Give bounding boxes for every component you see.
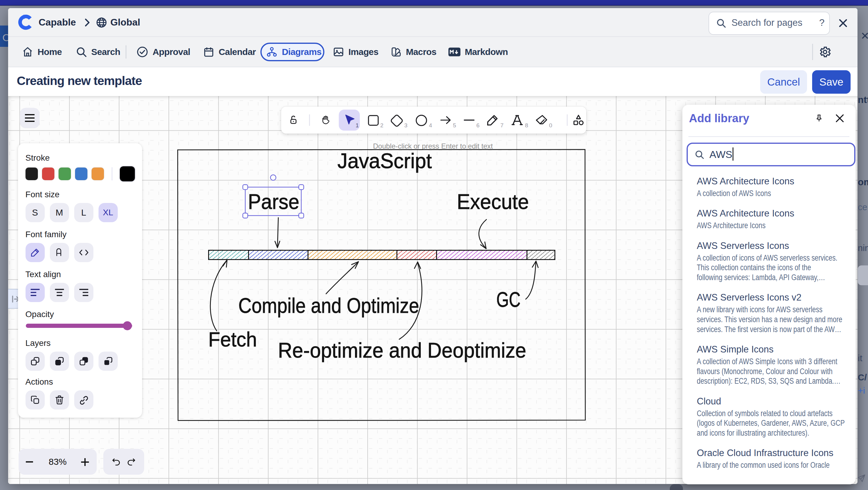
svg-text:GC: GC (496, 288, 521, 312)
svg-text:Re-optimize and Deoptimize: Re-optimize and Deoptimize (278, 339, 527, 362)
svg-text:Parse: Parse (248, 190, 300, 214)
svg-text:Compile and Optimize: Compile and Optimize (239, 294, 419, 317)
svg-text:JavaScript: JavaScript (338, 149, 432, 173)
svg-text:Fetch: Fetch (209, 328, 257, 351)
svg-text:Execute: Execute (457, 190, 529, 214)
